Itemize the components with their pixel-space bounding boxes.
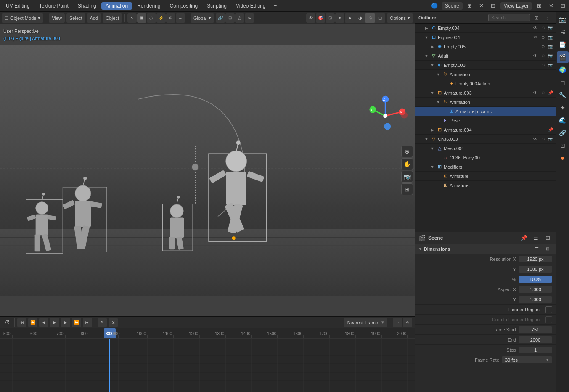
jump-prev-keyframe-button[interactable]: ⏪ — [28, 318, 37, 327]
frame-rate-dropdown[interactable]: 30 fps ▾ — [502, 356, 552, 363]
restrict-empty004[interactable]: ⊙ — [540, 25, 546, 32]
outliner-item-ch36003[interactable]: ▼ ▽ Ch36.003 👁 ⊙ 📷 — [415, 135, 556, 144]
outliner-item-anim-empty003[interactable]: ▼ ↻ Animation — [415, 70, 556, 79]
arrow-modifiers[interactable]: ▼ — [429, 164, 435, 170]
step-forward-button[interactable]: ▶ — [61, 318, 70, 327]
xray-icon[interactable]: ✦ — [335, 13, 344, 23]
timeline-tracks[interactable] — [0, 339, 415, 392]
eye-adult[interactable]: 👁 — [532, 53, 539, 59]
restrict-armature003[interactable]: ⊙ — [540, 90, 546, 96]
menu-item-video-editing[interactable]: Video Editing — [232, 2, 270, 10]
arrow-anim-empty003[interactable]: ▼ — [435, 72, 441, 77]
eye-empty004[interactable]: 👁 — [532, 25, 539, 32]
options-menu[interactable]: Options ▾ — [387, 13, 413, 23]
outliner-item-ch36body00[interactable]: ▶ ○ Ch36_Body.00 — [415, 153, 556, 162]
menu-item-uv-editing[interactable]: UV Editing — [2, 2, 34, 10]
vert-icon-render[interactable]: 📷 — [557, 13, 569, 25]
frame-step-value[interactable]: 1 — [519, 347, 552, 353]
arrow-empty003[interactable]: ▼ — [429, 62, 435, 68]
props-grid-icon[interactable]: ⊞ — [543, 233, 552, 243]
ortho-icon[interactable]: ⊞ — [401, 183, 413, 195]
step-back-button[interactable]: ◀ — [39, 318, 48, 327]
wireframe-shading-icon[interactable]: ◻ — [375, 13, 385, 23]
add-menu[interactable]: Add — [87, 13, 101, 23]
cursor-tool-icon[interactable]: ↖ — [127, 13, 137, 23]
view-layer-dup-icon[interactable]: ⊡ — [558, 1, 567, 11]
timeline-type-icon[interactable]: ⏱ — [3, 318, 12, 327]
arrow-empty005[interactable]: ▶ — [429, 44, 435, 50]
render-adult[interactable]: 📷 — [547, 53, 554, 59]
arrow-figure004[interactable]: ▼ — [423, 34, 429, 40]
render-figure004[interactable]: 📷 — [547, 34, 554, 41]
restrict-empty003[interactable]: ⊙ — [540, 62, 546, 69]
dimensions-section-header[interactable]: ▼ Dimensions ☰ ⊞ — [415, 244, 556, 254]
outliner[interactable]: Outliner ⧖ ⋮ ▶ ⊕ Empty.004 👁 ⊙ 📷 — [415, 12, 556, 232]
snap-type-icon[interactable]: ∿ — [403, 318, 412, 327]
tl-cursor-tool[interactable]: ↖ — [98, 318, 107, 327]
outliner-search[interactable] — [488, 14, 530, 21]
select-menu[interactable]: Select — [66, 13, 85, 23]
restrict-empty005[interactable]: ⊙ — [540, 43, 546, 50]
eye-figure004[interactable]: 👁 — [532, 34, 539, 41]
transform-icon[interactable]: ⊕ — [166, 13, 175, 23]
vert-icon-physics[interactable]: 🌊 — [557, 114, 569, 126]
outliner-item-armature-mod[interactable]: ▶ ⊡ Armature — [415, 172, 556, 181]
select-circle-icon[interactable]: ◌ — [147, 13, 156, 23]
scene-dup-icon[interactable]: ⊡ — [489, 1, 498, 11]
eye-armature003[interactable]: 👁 — [532, 90, 539, 96]
global-dropdown[interactable]: Global ▾ — [191, 13, 214, 23]
menu-item-scripting[interactable]: Scripting — [203, 2, 231, 10]
scene-selector[interactable]: Scene — [442, 2, 463, 10]
menu-item-texture-paint[interactable]: Texture Paint — [35, 2, 73, 10]
arrow-armature003[interactable]: ▼ — [429, 90, 435, 96]
arrow-adult[interactable]: ▼ — [423, 53, 429, 59]
add-workspace-button[interactable]: + — [270, 1, 280, 11]
view-layer-close-icon[interactable]: ✕ — [546, 1, 556, 11]
vert-icon-world[interactable]: 🌍 — [557, 64, 569, 76]
play-button[interactable]: ▶ — [50, 318, 59, 327]
outliner-item-armature-dot[interactable]: ▶ ⊞ Armature. — [415, 181, 556, 190]
snap-options-icon[interactable]: ⊞ — [225, 13, 235, 23]
aspect-x-value[interactable]: 1.000 — [519, 286, 552, 293]
view-layer-selector[interactable]: View Layer — [500, 2, 532, 10]
vert-icon-particle[interactable]: ✦ — [557, 102, 569, 114]
zoom-icon[interactable]: ⊕ — [401, 146, 413, 157]
restrict-ch36003[interactable]: ⊙ — [540, 136, 546, 143]
wave-icon[interactable]: ～ — [176, 13, 185, 23]
render-empty004[interactable]: 📷 — [547, 25, 554, 32]
render-empty005[interactable]: 📷 — [547, 43, 554, 50]
overlay-icon[interactable]: ⊡ — [326, 13, 335, 23]
restrict-figure004[interactable]: ⊙ — [540, 34, 546, 41]
snap-enable-icon[interactable]: ○ — [393, 318, 402, 327]
eye-ch36003[interactable]: 👁 — [532, 136, 539, 143]
object-menu[interactable]: Object — [103, 13, 122, 23]
gizmo-icon[interactable]: 🎯 — [316, 13, 325, 23]
vert-icon-modifier[interactable]: 🔧 — [557, 89, 569, 101]
frame-start-value[interactable]: 751 — [519, 326, 552, 333]
outliner-item-figure004[interactable]: ▼ ⊡ Figure.004 👁 ⊙ 📷 — [415, 33, 556, 42]
outliner-item-armature004[interactable]: ▶ ⊡ Armature.004 📌 — [415, 125, 556, 135]
vert-icon-scene[interactable]: 🎬 — [557, 51, 569, 63]
frame-end-value[interactable]: 2000 — [519, 336, 552, 343]
arrow-mesh004[interactable]: ▼ — [429, 146, 435, 151]
object-mode-dropdown[interactable]: ◻ Object Mode ▾ — [2, 13, 43, 23]
timeline-ruler[interactable]: 500 600 700 800 888 900 1000 — [0, 328, 415, 339]
render-empty003[interactable]: 📷 — [547, 62, 554, 69]
view-layer-options-icon[interactable]: ⊞ — [535, 1, 544, 11]
rendered-shading-icon[interactable]: ⊙ — [365, 13, 375, 23]
jump-next-keyframe-button[interactable]: ⏩ — [72, 318, 81, 327]
tl-filter-icon[interactable]: ⧖ — [109, 318, 118, 327]
outliner-item-adult[interactable]: ▼ ▽ Adult 👁 ⊙ 📷 — [415, 51, 556, 61]
vert-icon-data[interactable]: ⊡ — [557, 140, 569, 151]
render-engine-icon[interactable]: 🔵 — [430, 1, 439, 11]
vert-icon-object[interactable]: ◻ — [557, 77, 569, 88]
arrow-ch36003[interactable]: ▼ — [423, 136, 429, 142]
jump-start-button[interactable]: ⏮ — [17, 318, 26, 327]
vert-icon-material[interactable]: ● — [557, 152, 569, 164]
restrict-adult[interactable]: ⊙ — [540, 53, 546, 59]
outliner-item-armature-mixamc[interactable]: ▶ ⊞ Armature|mixamc — [415, 107, 556, 116]
grab-icon[interactable]: ✋ — [401, 158, 413, 170]
menu-item-animation[interactable]: Animation — [101, 2, 132, 10]
outliner-item-armature003[interactable]: ▼ ⊡ Armature.003 👁 ⊙ 📌 — [415, 88, 556, 98]
render-ch36003[interactable]: 📷 — [547, 136, 554, 143]
